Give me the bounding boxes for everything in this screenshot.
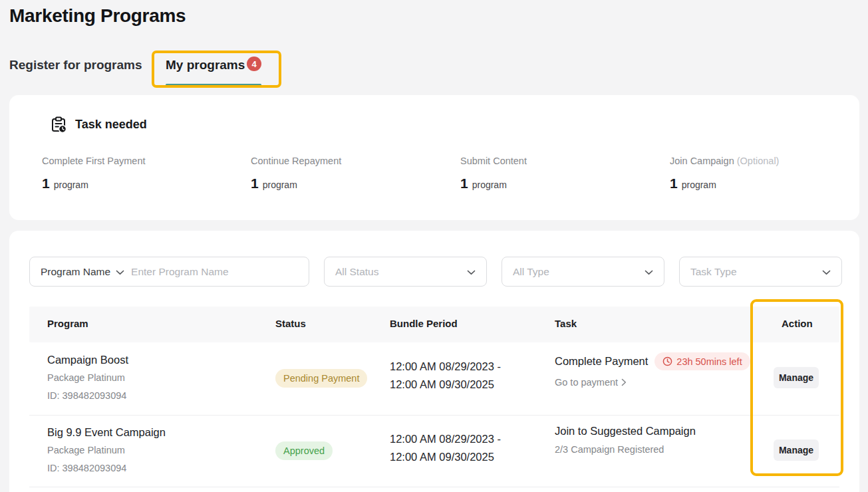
task-cell: Complete Payment 23h 50mins left Go to p… xyxy=(555,352,750,388)
bundle-period-start: 12:00 AM 08/29/2023 - xyxy=(390,430,501,448)
column-header-action: Action xyxy=(782,318,813,329)
chevron-down-icon xyxy=(822,266,831,278)
status-badge-pending-payment: Pending Payment xyxy=(275,369,367,388)
stat-continue-repayment: Continue Repayment 1 program xyxy=(251,155,450,191)
stat-unit: program xyxy=(54,180,88,190)
program-name-search-input[interactable] xyxy=(131,266,298,278)
stat-label: Continue Repayment xyxy=(251,156,341,166)
chevron-down-icon xyxy=(116,266,124,278)
stat-value: 1 xyxy=(42,176,50,191)
bundle-period-cell: 12:00 AM 08/29/2023 - 12:00 AM 09/30/202… xyxy=(390,430,501,466)
marketing-programs-page: Marketing Programs Register for programs… xyxy=(0,0,868,492)
time-left-pill: 23h 50mins left xyxy=(654,352,750,370)
stat-unit: program xyxy=(263,180,297,190)
stat-label: Complete First Payment xyxy=(42,156,146,166)
status-filter-dropdown[interactable]: All Status xyxy=(324,257,487,287)
stat-label: Submit Content xyxy=(460,156,527,166)
status-filter-value: All Status xyxy=(335,266,378,278)
program-name: Campaign Boost xyxy=(47,352,128,367)
column-header-task: Task xyxy=(555,318,577,329)
column-header-status: Status xyxy=(275,318,306,329)
my-programs-list-card: Program Name All Status All Type Task Ty… xyxy=(9,231,859,492)
program-id: ID: 398482093094 xyxy=(47,462,166,474)
go-to-payment-label[interactable]: Go to payment xyxy=(555,377,618,388)
bundle-period-start: 12:00 AM 08/29/2023 - xyxy=(390,358,501,376)
type-filter-value: All Type xyxy=(513,266,549,278)
bundle-period-end: 12:00 AM 09/30/2025 xyxy=(390,376,501,394)
stat-value: 1 xyxy=(670,176,678,191)
task-clipboard-clock-icon xyxy=(51,116,67,133)
task-cell: Join to Suggested Campaign 2/3 Campaign … xyxy=(555,425,696,455)
task-type-filter-dropdown[interactable]: Task Type xyxy=(679,257,842,287)
column-header-program: Program xyxy=(47,318,88,329)
stat-unit: program xyxy=(472,180,507,190)
stat-join-campaign: Join Campaign (Optional) 1 program xyxy=(670,155,868,191)
stat-label: Join Campaign xyxy=(670,156,734,166)
program-cell: Campaign Boost Package Platinum ID: 3984… xyxy=(47,352,128,402)
task-needed-card: Task needed Complete First Payment 1 pro… xyxy=(9,95,859,220)
table-row-big-99-event-campaign: Big 9.9 Event Campaign Package Platinum … xyxy=(29,415,839,487)
status-badge-approved: Approved xyxy=(275,441,333,460)
program-package: Package Platinum xyxy=(47,444,166,456)
tab-my-programs[interactable]: My programs xyxy=(166,57,245,72)
program-package: Package Platinum xyxy=(47,372,128,384)
row-divider xyxy=(29,487,839,487)
time-left-text: 23h 50mins left xyxy=(676,356,742,367)
chevron-right-icon xyxy=(621,378,627,386)
type-filter-dropdown[interactable]: All Type xyxy=(502,257,664,287)
program-name: Big 9.9 Event Campaign xyxy=(47,425,166,439)
stat-complete-first-payment: Complete First Payment 1 program xyxy=(42,155,241,191)
chevron-down-icon xyxy=(467,266,476,278)
program-cell: Big 9.9 Event Campaign Package Platinum … xyxy=(47,425,166,474)
table-header-row: Program Status Bundle Period Task Action xyxy=(29,307,839,342)
campaign-registered-progress: 2/3 Campaign Registered xyxy=(555,444,664,455)
manage-button[interactable]: Manage xyxy=(774,439,819,461)
program-id: ID: 398482093094 xyxy=(47,390,128,402)
task-type-filter-value: Task Type xyxy=(690,266,737,278)
stat-unit: program xyxy=(682,180,716,190)
program-name-filter-label[interactable]: Program Name xyxy=(41,266,110,278)
bundle-period-cell: 12:00 AM 08/29/2023 - 12:00 AM 09/30/202… xyxy=(390,358,501,394)
page-title: Marketing Programs xyxy=(9,5,186,27)
column-header-bundle-period: Bundle Period xyxy=(390,318,458,329)
stat-label-optional-suffix: (Optional) xyxy=(737,156,780,166)
task-title: Join to Suggested Campaign xyxy=(555,425,696,437)
task-needed-title: Task needed xyxy=(75,118,147,132)
table-row-campaign-boost: Campaign Boost Package Platinum ID: 3984… xyxy=(29,342,839,414)
clock-icon xyxy=(662,356,672,366)
active-tab-underline xyxy=(166,84,261,86)
go-to-payment-link[interactable]: Go to payment xyxy=(555,377,627,388)
my-programs-count-badge: 4 xyxy=(247,57,261,71)
stat-value: 1 xyxy=(460,176,468,191)
program-name-filter[interactable]: Program Name xyxy=(29,257,309,287)
bundle-period-end: 12:00 AM 09/30/2025 xyxy=(390,448,501,466)
stat-value: 1 xyxy=(251,176,259,191)
task-title: Complete Payment xyxy=(555,355,648,368)
tab-register-for-programs[interactable]: Register for programs xyxy=(9,57,142,72)
manage-button[interactable]: Manage xyxy=(774,367,819,388)
stat-submit-content: Submit Content 1 program xyxy=(460,155,660,191)
chevron-down-icon xyxy=(645,266,653,278)
